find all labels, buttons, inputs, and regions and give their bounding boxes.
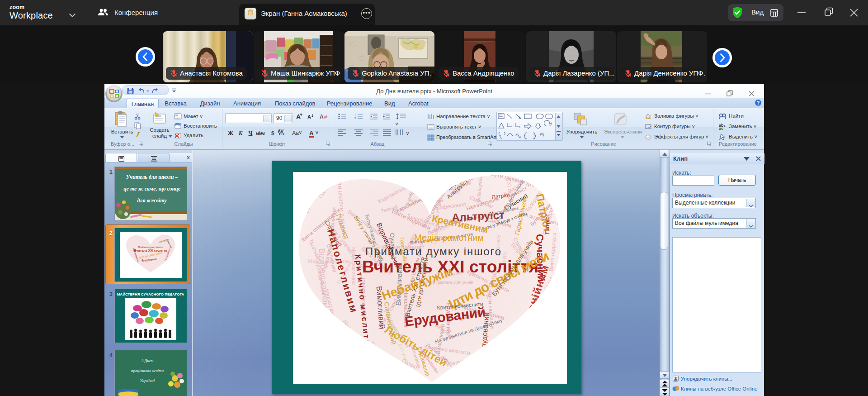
svg-text:З Днем: З Днем: [142, 358, 154, 363]
svg-text:для всесвіту: для всесвіту: [137, 197, 167, 204]
svg-text:це те ж саме, що сонце: це те ж саме, що сонце: [123, 186, 181, 192]
svg-text:A: A: [307, 114, 311, 119]
svg-text:?: ?: [757, 100, 760, 105]
svg-text:Приймати думку іншого: Приймати думку іншого: [365, 245, 501, 258]
svg-text:2: 2: [354, 117, 356, 119]
svg-text:Учитель для школи –: Учитель для школи –: [126, 174, 178, 180]
svg-text:Медіаграмотним: Медіаграмотним: [414, 233, 484, 243]
svg-text:Приймати думку іншого: Приймати думку іншого: [138, 246, 163, 248]
svg-text:A: A: [296, 113, 301, 120]
svg-text:Патріот: Патріот: [544, 214, 551, 234]
svg-text:МАЙСТЕРНЯ СУЧАСНОГО ПЕДАГОГА: МАЙСТЕРНЯ СУЧАСНОГО ПЕДАГОГА: [117, 292, 184, 296]
svg-text:працівників освіти: працівників освіти: [131, 368, 164, 373]
svg-text:A: A: [320, 114, 324, 120]
svg-text:AV: AV: [278, 129, 283, 134]
svg-text:ac: ac: [719, 126, 723, 130]
svg-text:України!: України!: [140, 378, 155, 383]
svg-text:1: 1: [354, 113, 356, 116]
svg-text:Вчитель XXI століття: Вчитель XXI століття: [134, 249, 167, 252]
